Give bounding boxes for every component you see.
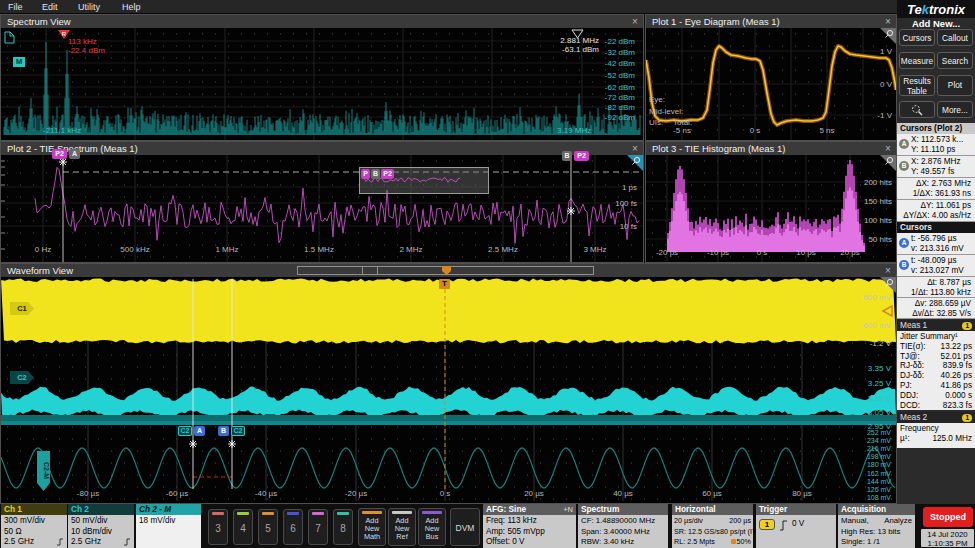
ch2-math-badge[interactable]: Ch 2 - M 18 mV/div: [136, 504, 201, 548]
measurement-row: PJ:41.86 ps: [900, 381, 972, 391]
menu-item-edit[interactable]: Edit: [42, 0, 58, 14]
channel-button-3[interactable]: 3: [208, 509, 228, 545]
afg-amplitude: Amp: 505 mVpp: [486, 527, 573, 538]
spectrum-plot-area[interactable]: M R 113 kHz -22.4 dBm 2.881 MHz -63.1 dB…: [1, 28, 643, 140]
delta-y-value: ΔY: 11.061 ps: [899, 201, 971, 211]
dvm-button[interactable]: DVM: [450, 508, 480, 546]
axis-label: -600 mV: [839, 321, 891, 330]
trigger-level-arrow-icon[interactable]: [880, 305, 894, 317]
inv-delta-t-value: 1/Δt: 113.80 kHz: [899, 288, 971, 298]
sample-rate: SR: 12.5 GS/s: [674, 527, 720, 538]
cursors-plot2-header[interactable]: Cursors (Plot 2): [897, 123, 975, 134]
cursor-a-icon: A: [899, 139, 909, 149]
tie-histogram-bars: [646, 155, 896, 262]
trigger-settings: 1 0 V: [756, 515, 836, 548]
measure-button[interactable]: Measure: [899, 52, 935, 69]
add-new-math-button[interactable]: AddNewMath: [358, 508, 386, 546]
menu-item-file[interactable]: File: [8, 0, 23, 14]
axis-label: 180 mV: [845, 461, 891, 468]
trigger-title: Trigger: [759, 504, 787, 515]
plot-overview-inset[interactable]: P B P2: [359, 167, 489, 194]
tie-histogram-plot-area[interactable]: -20 ps-10 ps0 s10 ps20 ps200 hits150 hit…: [646, 155, 896, 262]
overview-trigger-icon[interactable]: [442, 266, 451, 275]
axis-label: 1.5 MHz: [295, 245, 343, 254]
stopped-button[interactable]: Stopped: [923, 507, 973, 527]
zoom-tool-button[interactable]: [899, 101, 935, 118]
close-icon[interactable]: ×: [629, 142, 641, 155]
cursor-b-source-badge[interactable]: C2: [231, 426, 245, 436]
zoom-corner-icon[interactable]: [880, 277, 896, 297]
ch1-badge[interactable]: Ch 1 300 mV/div 50 Ω 2.5 GHz: [1, 504, 67, 548]
more-button[interactable]: More...: [937, 101, 973, 118]
p2-marker-badge[interactable]: P2: [52, 149, 67, 159]
meas1-count-badge: 1: [962, 322, 972, 330]
math-trace-badge[interactable]: C2-M: [37, 451, 50, 491]
trigger-position-badge[interactable]: T: [439, 279, 450, 289]
cursor-a-badge[interactable]: A: [69, 149, 80, 159]
meas1-body: Jitter Summary¹ TIE(σ):13.22 psTJ@:52.01…: [897, 331, 975, 410]
cursors-header[interactable]: Cursors: [897, 222, 975, 233]
afg-noise-indicator: +N: [563, 504, 573, 515]
menu-item-help[interactable]: Help: [122, 0, 141, 14]
cursors-button[interactable]: Cursors: [899, 29, 935, 46]
waveform-plot-area[interactable]: C1 C2 C2-M T C2 A B C2 -80 µs-60 µs-40 µ…: [1, 277, 896, 503]
horizontal-overview-bar[interactable]: [297, 266, 594, 275]
horizontal-title: Horizontal: [675, 504, 716, 515]
channel-button-8[interactable]: 8: [333, 509, 353, 545]
eye-plot-area[interactable]: Eye: Mid-level: UIs: Total: -5 ns0 s5 ns…: [646, 28, 896, 140]
trigger-panel[interactable]: Trigger 1 0 V: [756, 504, 836, 548]
inv-delta-x-value: 1/ΔX: 361.93 ns: [899, 189, 971, 199]
waveform-view-panel: Waveform View × C1 C2 C2-M T C2 A B C2 -…: [0, 263, 897, 504]
horizontal-panel[interactable]: Horizontal 20 µs/div200 µs SR: 12.5 GS/s…: [672, 504, 753, 548]
axis-label: -42 dBm: [575, 59, 635, 68]
cursor-a-badge[interactable]: A: [194, 426, 205, 436]
add-new-ref-button[interactable]: AddNewRef: [388, 508, 416, 546]
meas1-subtitle: Jitter Summary¹: [900, 332, 972, 342]
search-button[interactable]: Search: [937, 52, 973, 69]
close-icon[interactable]: ×: [882, 142, 894, 155]
channel-button-5[interactable]: 5: [258, 509, 278, 545]
cursor-a-source-badge[interactable]: C2: [178, 426, 192, 436]
tie-spectrum-plot-area[interactable]: P B P2 0 Hz500 kHz1 MHz1.5 MHz2 MHz2.5 M…: [1, 155, 643, 262]
delta-v-readout: Δv: 288.659 µV Δv/Δt: 32.85 V/s: [897, 298, 975, 319]
meas2-header[interactable]: Meas 21: [897, 412, 975, 423]
plot-button[interactable]: Plot: [937, 75, 973, 96]
callout-button[interactable]: Callout: [937, 29, 973, 46]
tie-histogram-panel: Plot 3 - TIE Histogram (Meas 1) × -20 ps…: [645, 141, 897, 263]
p2-marker-badge[interactable]: P2: [574, 151, 589, 161]
add-new-bus-button[interactable]: AddNewBus: [418, 508, 446, 546]
axis-label: 150 hits: [846, 197, 892, 206]
channel-button-7[interactable]: 7: [308, 509, 328, 545]
results-table-button[interactable]: Results Table: [899, 75, 935, 96]
close-icon[interactable]: ×: [629, 15, 641, 28]
cursor-b-t-value: t: -48.009 µs: [911, 256, 972, 266]
cursor-b-v-value: v: 213.027 mV: [911, 266, 972, 276]
cursor-a-y-value: Y: 11.110 ps: [911, 145, 972, 155]
axis-label: 20 µs: [512, 489, 556, 498]
close-icon[interactable]: ×: [882, 15, 894, 28]
axis-label: 0 V: [868, 80, 892, 89]
overview-tick: [377, 267, 378, 274]
channel-button-4[interactable]: 4: [233, 509, 253, 545]
menu-item-utility[interactable]: Utility: [78, 0, 100, 14]
spectrum-panel[interactable]: Spectrum CF: 1.48890000 MHz Span: 3.4000…: [578, 504, 668, 548]
spectrum-header: Spectrum: [578, 504, 668, 515]
cursor-b-badge[interactable]: B: [218, 426, 229, 436]
cursor-b-badge[interactable]: B: [562, 151, 572, 161]
cursor-a-v-value: v: 213.316 mV: [911, 244, 972, 254]
afg-title: AFG: Sine: [486, 504, 526, 515]
meas1-header[interactable]: Meas 11: [897, 320, 975, 331]
ch2-badge[interactable]: Ch 2 50 mV/div 10 dBm/div 2.5 GHz: [68, 504, 134, 548]
close-icon[interactable]: ×: [882, 264, 894, 277]
afg-panel[interactable]: AFG: Sine+N Freq: 113 kHz Amp: 505 mVpp …: [483, 504, 576, 548]
p-badge: P: [361, 169, 370, 179]
zoom-corner-icon[interactable]: [627, 155, 643, 175]
acquisition-panel[interactable]: Acquisition Manual,Analyze High Res: 13 …: [838, 504, 915, 548]
ch2-spectrum-scale: 10 dBm/div: [71, 527, 131, 538]
zoom-corner-icon[interactable]: [880, 155, 896, 175]
channel-button-6[interactable]: 6: [283, 509, 303, 545]
acquisition-settings: Manual,Analyze High Res: 13 bits Single:…: [838, 515, 915, 548]
axis-label: 1 ps: [591, 183, 637, 192]
math-trace-badge[interactable]: M: [13, 57, 25, 67]
zoom-corner-icon[interactable]: [880, 28, 896, 48]
